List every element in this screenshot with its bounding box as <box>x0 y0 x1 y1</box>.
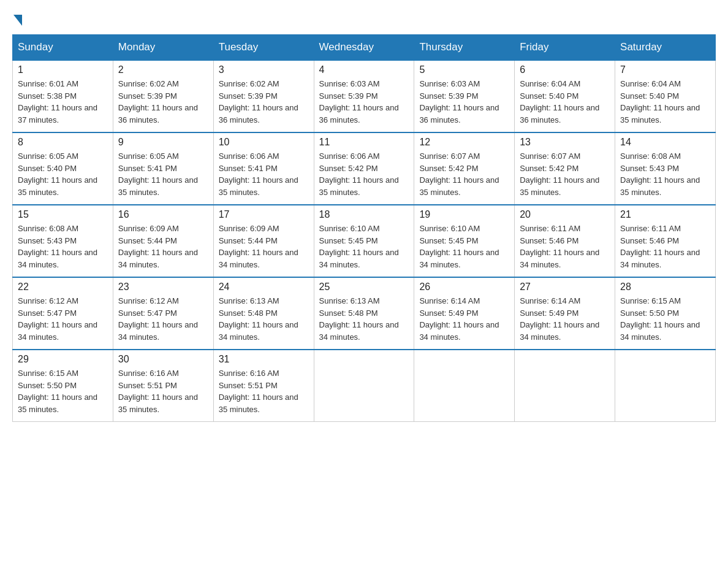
weekday-header-saturday: Saturday <box>615 35 716 61</box>
day-number: 12 <box>419 137 509 148</box>
day-number: 4 <box>319 64 409 75</box>
day-number: 27 <box>520 282 610 293</box>
calendar-cell: 4 Sunrise: 6:03 AM Sunset: 5:39 PM Dayli… <box>314 60 414 132</box>
calendar-cell: 1 Sunrise: 6:01 AM Sunset: 5:38 PM Dayli… <box>13 60 113 132</box>
day-info: Sunrise: 6:16 AM Sunset: 5:51 PM Dayligh… <box>118 367 208 415</box>
calendar-cell: 9 Sunrise: 6:05 AM Sunset: 5:41 PM Dayli… <box>113 132 213 205</box>
day-info: Sunrise: 6:06 AM Sunset: 5:42 PM Dayligh… <box>319 150 409 198</box>
calendar-week-row: 15 Sunrise: 6:08 AM Sunset: 5:43 PM Dayl… <box>13 205 716 277</box>
logo <box>12 12 22 22</box>
calendar-cell: 28 Sunrise: 6:15 AM Sunset: 5:50 PM Dayl… <box>615 277 716 350</box>
day-number: 25 <box>319 282 409 293</box>
calendar-week-row: 29 Sunrise: 6:15 AM Sunset: 5:50 PM Dayl… <box>13 350 716 422</box>
calendar-cell: 18 Sunrise: 6:10 AM Sunset: 5:45 PM Dayl… <box>314 205 414 277</box>
day-number: 17 <box>219 209 309 220</box>
day-info: Sunrise: 6:16 AM Sunset: 5:51 PM Dayligh… <box>219 367 309 415</box>
day-info: Sunrise: 6:14 AM Sunset: 5:49 PM Dayligh… <box>520 295 610 343</box>
calendar-cell: 22 Sunrise: 6:12 AM Sunset: 5:47 PM Dayl… <box>13 277 113 350</box>
day-info: Sunrise: 6:05 AM Sunset: 5:40 PM Dayligh… <box>18 150 108 198</box>
day-info: Sunrise: 6:03 AM Sunset: 5:39 PM Dayligh… <box>319 78 409 126</box>
calendar-cell: 24 Sunrise: 6:13 AM Sunset: 5:48 PM Dayl… <box>213 277 314 350</box>
day-number: 22 <box>18 282 108 293</box>
day-info: Sunrise: 6:11 AM Sunset: 5:46 PM Dayligh… <box>620 223 710 270</box>
calendar-cell: 15 Sunrise: 6:08 AM Sunset: 5:43 PM Dayl… <box>13 205 113 277</box>
day-info: Sunrise: 6:04 AM Sunset: 5:40 PM Dayligh… <box>620 78 710 126</box>
day-info: Sunrise: 6:09 AM Sunset: 5:44 PM Dayligh… <box>219 223 309 270</box>
day-number: 20 <box>520 209 610 220</box>
day-number: 19 <box>419 209 509 220</box>
day-number: 3 <box>219 64 309 75</box>
calendar-cell: 8 Sunrise: 6:05 AM Sunset: 5:40 PM Dayli… <box>13 132 113 205</box>
day-info: Sunrise: 6:12 AM Sunset: 5:47 PM Dayligh… <box>118 295 208 343</box>
day-info: Sunrise: 6:13 AM Sunset: 5:48 PM Dayligh… <box>319 295 409 343</box>
day-number: 15 <box>18 209 108 220</box>
page-header <box>12 12 716 22</box>
calendar-cell: 29 Sunrise: 6:15 AM Sunset: 5:50 PM Dayl… <box>13 350 113 422</box>
calendar-cell <box>414 350 515 422</box>
day-number: 24 <box>219 282 309 293</box>
calendar-cell: 14 Sunrise: 6:08 AM Sunset: 5:43 PM Dayl… <box>615 132 716 205</box>
day-number: 18 <box>319 209 409 220</box>
calendar-cell: 19 Sunrise: 6:10 AM Sunset: 5:45 PM Dayl… <box>414 205 515 277</box>
day-info: Sunrise: 6:04 AM Sunset: 5:40 PM Dayligh… <box>520 78 610 126</box>
day-number: 2 <box>118 64 208 75</box>
weekday-header-sunday: Sunday <box>13 35 113 61</box>
weekday-header-wednesday: Wednesday <box>314 35 414 61</box>
calendar-cell: 10 Sunrise: 6:06 AM Sunset: 5:41 PM Dayl… <box>213 132 314 205</box>
calendar-cell: 7 Sunrise: 6:04 AM Sunset: 5:40 PM Dayli… <box>615 60 716 132</box>
calendar-cell: 11 Sunrise: 6:06 AM Sunset: 5:42 PM Dayl… <box>314 132 414 205</box>
day-number: 14 <box>620 137 710 148</box>
calendar-cell: 12 Sunrise: 6:07 AM Sunset: 5:42 PM Dayl… <box>414 132 515 205</box>
day-info: Sunrise: 6:12 AM Sunset: 5:47 PM Dayligh… <box>18 295 108 343</box>
day-number: 16 <box>118 209 208 220</box>
calendar-cell: 25 Sunrise: 6:13 AM Sunset: 5:48 PM Dayl… <box>314 277 414 350</box>
weekday-header-monday: Monday <box>113 35 213 61</box>
calendar-cell <box>515 350 615 422</box>
day-info: Sunrise: 6:15 AM Sunset: 5:50 PM Dayligh… <box>620 295 710 343</box>
calendar-cell: 3 Sunrise: 6:02 AM Sunset: 5:39 PM Dayli… <box>213 60 314 132</box>
day-info: Sunrise: 6:14 AM Sunset: 5:49 PM Dayligh… <box>419 295 509 343</box>
day-number: 28 <box>620 282 710 293</box>
calendar-cell: 5 Sunrise: 6:03 AM Sunset: 5:39 PM Dayli… <box>414 60 515 132</box>
day-number: 11 <box>319 137 409 148</box>
calendar-cell: 21 Sunrise: 6:11 AM Sunset: 5:46 PM Dayl… <box>615 205 716 277</box>
day-info: Sunrise: 6:13 AM Sunset: 5:48 PM Dayligh… <box>219 295 309 343</box>
weekday-header-friday: Friday <box>515 35 615 61</box>
day-number: 30 <box>118 354 208 365</box>
day-info: Sunrise: 6:10 AM Sunset: 5:45 PM Dayligh… <box>319 223 409 270</box>
day-number: 5 <box>419 64 509 75</box>
day-number: 9 <box>118 137 208 148</box>
day-number: 26 <box>419 282 509 293</box>
calendar-cell: 23 Sunrise: 6:12 AM Sunset: 5:47 PM Dayl… <box>113 277 213 350</box>
calendar-cell: 2 Sunrise: 6:02 AM Sunset: 5:39 PM Dayli… <box>113 60 213 132</box>
calendar-cell <box>615 350 716 422</box>
day-info: Sunrise: 6:07 AM Sunset: 5:42 PM Dayligh… <box>520 150 610 198</box>
day-info: Sunrise: 6:08 AM Sunset: 5:43 PM Dayligh… <box>620 150 710 198</box>
day-number: 21 <box>620 209 710 220</box>
calendar-cell: 17 Sunrise: 6:09 AM Sunset: 5:44 PM Dayl… <box>213 205 314 277</box>
day-info: Sunrise: 6:06 AM Sunset: 5:41 PM Dayligh… <box>219 150 309 198</box>
day-info: Sunrise: 6:02 AM Sunset: 5:39 PM Dayligh… <box>118 78 208 126</box>
calendar-cell: 16 Sunrise: 6:09 AM Sunset: 5:44 PM Dayl… <box>113 205 213 277</box>
day-number: 6 <box>520 64 610 75</box>
day-info: Sunrise: 6:09 AM Sunset: 5:44 PM Dayligh… <box>118 223 208 270</box>
weekday-header-tuesday: Tuesday <box>213 35 314 61</box>
calendar-header-row: SundayMondayTuesdayWednesdayThursdayFrid… <box>13 35 716 61</box>
calendar-cell: 26 Sunrise: 6:14 AM Sunset: 5:49 PM Dayl… <box>414 277 515 350</box>
day-number: 31 <box>219 354 309 365</box>
calendar-week-row: 8 Sunrise: 6:05 AM Sunset: 5:40 PM Dayli… <box>13 132 716 205</box>
day-info: Sunrise: 6:03 AM Sunset: 5:39 PM Dayligh… <box>419 78 509 126</box>
calendar-cell: 30 Sunrise: 6:16 AM Sunset: 5:51 PM Dayl… <box>113 350 213 422</box>
weekday-header-thursday: Thursday <box>414 35 515 61</box>
logo-arrow-icon <box>13 15 22 26</box>
day-info: Sunrise: 6:15 AM Sunset: 5:50 PM Dayligh… <box>18 367 108 415</box>
calendar-cell: 6 Sunrise: 6:04 AM Sunset: 5:40 PM Dayli… <box>515 60 615 132</box>
calendar-cell <box>314 350 414 422</box>
day-number: 1 <box>18 64 108 75</box>
day-info: Sunrise: 6:02 AM Sunset: 5:39 PM Dayligh… <box>219 78 309 126</box>
day-info: Sunrise: 6:05 AM Sunset: 5:41 PM Dayligh… <box>118 150 208 198</box>
day-info: Sunrise: 6:10 AM Sunset: 5:45 PM Dayligh… <box>419 223 509 270</box>
day-number: 13 <box>520 137 610 148</box>
day-number: 8 <box>18 137 108 148</box>
calendar-cell: 20 Sunrise: 6:11 AM Sunset: 5:46 PM Dayl… <box>515 205 615 277</box>
